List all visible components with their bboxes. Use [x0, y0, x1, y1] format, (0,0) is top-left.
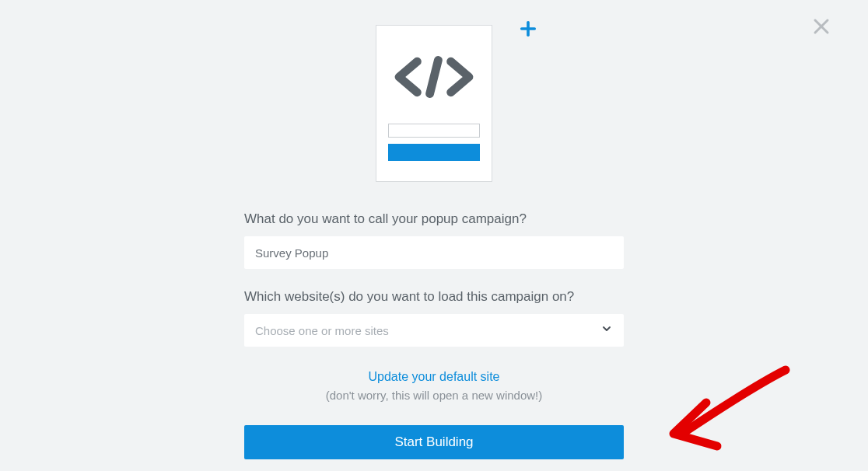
websites-select-wrap: Choose one or more sites [244, 314, 624, 347]
code-icon [392, 55, 476, 102]
update-default-site-link[interactable]: Update your default site [369, 370, 500, 383]
plus-icon [520, 20, 537, 37]
template-preview-card [376, 25, 492, 182]
annotation-arrow [646, 362, 801, 463]
svg-line-2 [430, 60, 439, 93]
campaign-name-input[interactable] [244, 236, 624, 269]
create-campaign-modal: What do you want to call your popup camp… [244, 0, 624, 459]
start-building-button[interactable]: Start Building [244, 425, 624, 459]
template-preview-wrap [244, 25, 624, 182]
default-site-link-row: Update your default site [244, 370, 624, 384]
preview-input-placeholder [388, 124, 480, 138]
websites-select[interactable]: Choose one or more sites [244, 314, 624, 347]
new-window-hint: (don't worry, this will open a new windo… [244, 389, 624, 402]
close-icon [812, 17, 831, 36]
close-button[interactable] [812, 17, 831, 39]
add-template-button[interactable] [520, 20, 537, 40]
websites-label: Which website(s) do you want to load thi… [244, 289, 624, 305]
preview-button-placeholder [388, 144, 480, 161]
campaign-name-label: What do you want to call your popup camp… [244, 211, 624, 227]
